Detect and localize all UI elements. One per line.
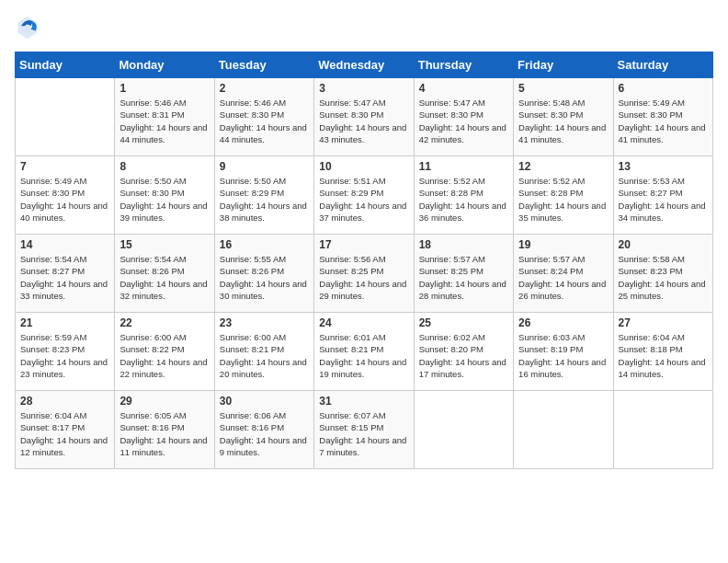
cell-info: Sunrise: 5:47 AM Sunset: 8:30 PM Dayligh… [319, 97, 408, 145]
daylight-label: Daylight: 14 hours and 39 minutes. [119, 201, 207, 223]
weekday-header-sunday: Sunday [16, 52, 115, 78]
cell-info: Sunrise: 6:00 AM Sunset: 8:22 PM Dayligh… [119, 331, 209, 380]
daylight-label: Daylight: 14 hours and 25 minutes. [619, 279, 706, 301]
calendar-cell: 24 Sunrise: 6:01 AM Sunset: 8:21 PM Dayl… [314, 313, 414, 391]
calendar-week-row: 7 Sunrise: 5:49 AM Sunset: 8:30 PM Dayli… [16, 156, 713, 235]
daylight-label: Daylight: 14 hours and 33 minutes. [20, 279, 108, 301]
calendar-cell: 28 Sunrise: 6:04 AM Sunset: 8:17 PM Dayl… [16, 391, 115, 469]
calendar-week-row: 1 Sunrise: 5:46 AM Sunset: 8:31 PM Dayli… [16, 78, 713, 156]
sunset-label: Sunset: 8:18 PM [619, 344, 683, 354]
sunrise-label: Sunrise: 5:46 AM [220, 98, 286, 108]
daylight-label: Daylight: 14 hours and 41 minutes. [518, 122, 606, 144]
day-number: 10 [319, 160, 408, 173]
weekday-header-monday: Monday [115, 52, 214, 78]
sunset-label: Sunset: 8:30 PM [419, 109, 483, 120]
day-number: 13 [619, 160, 708, 173]
sunrise-label: Sunrise: 5:59 AM [20, 332, 86, 342]
sunrise-label: Sunrise: 6:02 AM [419, 332, 485, 342]
cell-info: Sunrise: 6:04 AM Sunset: 8:18 PM Dayligh… [619, 331, 708, 380]
cell-info: Sunrise: 5:54 AM Sunset: 8:27 PM Dayligh… [20, 253, 109, 302]
calendar-cell: 26 Sunrise: 6:03 AM Sunset: 8:19 PM Dayl… [514, 313, 613, 391]
day-number: 9 [220, 160, 309, 173]
day-number: 15 [119, 238, 209, 251]
day-number: 3 [319, 82, 408, 95]
daylight-label: Daylight: 14 hours and 34 minutes. [619, 201, 706, 223]
sunrise-label: Sunrise: 6:04 AM [20, 410, 86, 420]
daylight-label: Daylight: 14 hours and 38 minutes. [220, 201, 307, 223]
sunset-label: Sunset: 8:26 PM [220, 266, 284, 276]
sunrise-label: Sunrise: 5:57 AM [518, 254, 585, 264]
sunrise-label: Sunrise: 6:03 AM [518, 332, 585, 342]
cell-info: Sunrise: 5:49 AM Sunset: 8:30 PM Dayligh… [619, 97, 708, 145]
cell-info: Sunrise: 5:54 AM Sunset: 8:26 PM Dayligh… [119, 253, 209, 302]
cell-info: Sunrise: 6:03 AM Sunset: 8:19 PM Dayligh… [518, 331, 608, 380]
sunrise-label: Sunrise: 5:54 AM [119, 254, 186, 264]
sunset-label: Sunset: 8:23 PM [619, 266, 683, 276]
sunrise-label: Sunrise: 5:46 AM [119, 98, 186, 108]
cell-info: Sunrise: 5:47 AM Sunset: 8:30 PM Dayligh… [419, 97, 508, 145]
calendar-cell: 9 Sunrise: 5:50 AM Sunset: 8:29 PM Dayli… [214, 156, 313, 235]
day-number: 31 [319, 395, 408, 408]
calendar-cell: 19 Sunrise: 5:57 AM Sunset: 8:24 PM Dayl… [514, 235, 613, 313]
sunset-label: Sunset: 8:29 PM [319, 188, 383, 198]
calendar-cell [16, 78, 115, 156]
day-number: 17 [319, 238, 408, 251]
calendar-cell [514, 391, 613, 469]
sunset-label: Sunset: 8:31 PM [119, 109, 184, 120]
logo [15, 15, 44, 40]
daylight-label: Daylight: 14 hours and 37 minutes. [319, 201, 406, 223]
sunset-label: Sunset: 8:30 PM [119, 188, 184, 198]
calendar-cell: 30 Sunrise: 6:06 AM Sunset: 8:16 PM Dayl… [214, 391, 313, 469]
sunrise-label: Sunrise: 5:47 AM [419, 98, 485, 108]
sunrise-label: Sunrise: 5:53 AM [619, 176, 685, 186]
cell-info: Sunrise: 5:50 AM Sunset: 8:29 PM Dayligh… [220, 175, 309, 224]
calendar-cell: 20 Sunrise: 5:58 AM Sunset: 8:23 PM Dayl… [613, 235, 712, 313]
sunrise-label: Sunrise: 6:00 AM [119, 332, 186, 342]
day-number: 7 [20, 160, 109, 173]
sunset-label: Sunset: 8:30 PM [20, 188, 85, 198]
sunset-label: Sunset: 8:30 PM [518, 109, 583, 120]
day-number: 25 [419, 316, 508, 329]
weekday-header-wednesday: Wednesday [314, 52, 414, 78]
cell-info: Sunrise: 6:04 AM Sunset: 8:17 PM Dayligh… [20, 409, 109, 458]
cell-info: Sunrise: 5:52 AM Sunset: 8:28 PM Dayligh… [419, 175, 508, 224]
calendar-cell: 23 Sunrise: 6:00 AM Sunset: 8:21 PM Dayl… [214, 313, 313, 391]
sunset-label: Sunset: 8:19 PM [518, 344, 583, 354]
cell-info: Sunrise: 5:55 AM Sunset: 8:26 PM Dayligh… [220, 253, 309, 302]
daylight-label: Daylight: 14 hours and 16 minutes. [518, 357, 606, 379]
sunset-label: Sunset: 8:21 PM [220, 344, 284, 354]
weekday-header-friday: Friday [514, 52, 613, 78]
daylight-label: Daylight: 14 hours and 17 minutes. [419, 357, 506, 379]
cell-info: Sunrise: 5:50 AM Sunset: 8:30 PM Dayligh… [119, 175, 209, 224]
sunset-label: Sunset: 8:30 PM [619, 109, 683, 120]
daylight-label: Daylight: 14 hours and 35 minutes. [518, 201, 606, 223]
day-number: 16 [220, 238, 309, 251]
daylight-label: Daylight: 14 hours and 12 minutes. [20, 435, 108, 457]
sunrise-label: Sunrise: 5:50 AM [220, 176, 286, 186]
day-number: 6 [619, 82, 708, 95]
calendar-cell: 13 Sunrise: 5:53 AM Sunset: 8:27 PM Dayl… [613, 156, 712, 235]
cell-info: Sunrise: 5:49 AM Sunset: 8:30 PM Dayligh… [20, 175, 109, 224]
sunset-label: Sunset: 8:26 PM [119, 266, 184, 276]
daylight-label: Daylight: 14 hours and 26 minutes. [518, 279, 606, 301]
calendar-cell: 11 Sunrise: 5:52 AM Sunset: 8:28 PM Dayl… [414, 156, 513, 235]
sunset-label: Sunset: 8:20 PM [419, 344, 483, 354]
day-number: 24 [319, 316, 408, 329]
sunrise-label: Sunrise: 5:51 AM [319, 176, 385, 186]
general-blue-logo-icon [15, 15, 40, 40]
day-number: 18 [419, 238, 508, 251]
sunset-label: Sunset: 8:25 PM [319, 266, 383, 276]
cell-info: Sunrise: 5:46 AM Sunset: 8:30 PM Dayligh… [220, 97, 309, 145]
daylight-label: Daylight: 14 hours and 23 minutes. [20, 357, 108, 379]
calendar-cell: 4 Sunrise: 5:47 AM Sunset: 8:30 PM Dayli… [414, 78, 513, 156]
sunrise-label: Sunrise: 6:05 AM [119, 410, 186, 420]
day-number: 14 [20, 238, 109, 251]
sunrise-label: Sunrise: 5:49 AM [20, 176, 86, 186]
cell-info: Sunrise: 6:01 AM Sunset: 8:21 PM Dayligh… [319, 331, 408, 380]
daylight-label: Daylight: 14 hours and 42 minutes. [419, 122, 506, 144]
calendar-cell: 10 Sunrise: 5:51 AM Sunset: 8:29 PM Dayl… [314, 156, 414, 235]
day-number: 23 [220, 316, 309, 329]
cell-info: Sunrise: 6:07 AM Sunset: 8:15 PM Dayligh… [319, 409, 408, 458]
calendar-cell: 29 Sunrise: 6:05 AM Sunset: 8:16 PM Dayl… [115, 391, 214, 469]
calendar-week-row: 21 Sunrise: 5:59 AM Sunset: 8:23 PM Dayl… [16, 313, 713, 391]
